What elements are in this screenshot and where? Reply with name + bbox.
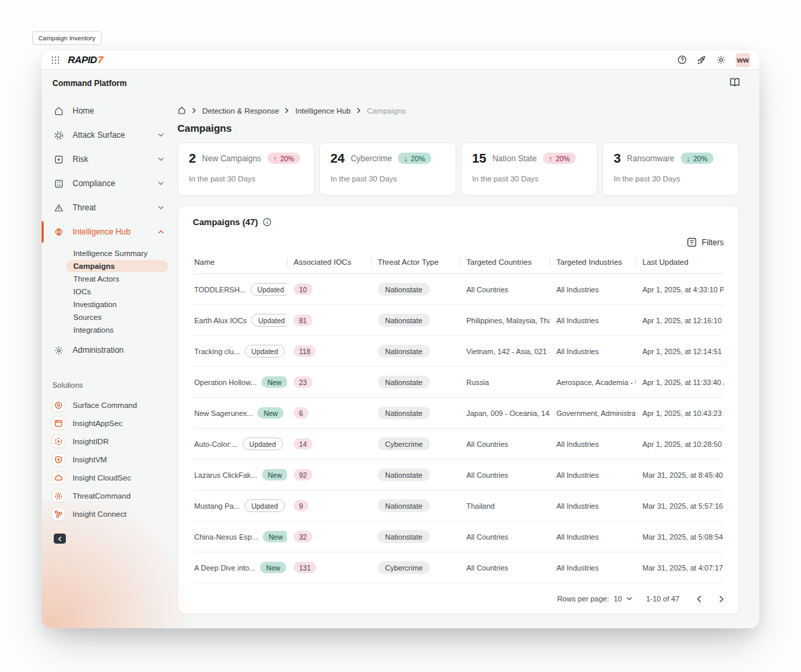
sidebar-sub-item[interactable]: IOCs bbox=[66, 286, 168, 298]
table-row[interactable]: A Deep Dive into... New 131 Cybercrime A… bbox=[193, 552, 724, 583]
sidebar-nav: Home Attack Surface Risk Compliance bbox=[42, 99, 173, 362]
rocket-icon[interactable] bbox=[697, 55, 706, 65]
sidebar-sub-item[interactable]: Threat Actors bbox=[66, 273, 168, 285]
campaign-name[interactable]: New Sagerunex... bbox=[194, 409, 253, 417]
user-avatar[interactable]: WW bbox=[736, 53, 750, 67]
stat-period: In the past 30 Days bbox=[189, 175, 303, 183]
solution-insight-connect[interactable]: Insight Connect bbox=[42, 505, 173, 523]
sidebar-collapse-button[interactable] bbox=[54, 534, 66, 544]
sidebar-sub-item[interactable]: Integrations bbox=[66, 324, 168, 336]
insightidr-icon bbox=[52, 435, 65, 448]
app-grid-icon[interactable] bbox=[51, 56, 60, 65]
rapid7-logo[interactable]: RAPID7 bbox=[68, 54, 103, 66]
table-row[interactable]: New Sagerunex... New 6 Nationstate Japan… bbox=[193, 398, 724, 429]
table-row[interactable]: Lazarus ClickFak... New 92 Nationstate A… bbox=[193, 460, 724, 491]
stat-label: Ransomware bbox=[627, 154, 675, 163]
campaigns-table-card: Campaigns (47) Filters Name Associated I… bbox=[177, 206, 739, 614]
column-header-targeted-industries[interactable]: Targeted Industries bbox=[550, 258, 636, 266]
campaign-name[interactable]: Tracking clu... bbox=[194, 347, 240, 355]
stat-delta: 20% bbox=[693, 155, 708, 163]
sidebar-item-threat[interactable]: Threat bbox=[42, 196, 173, 220]
rows-per-page-label: Rows per page: bbox=[557, 595, 609, 603]
solution-insightidr[interactable]: InsightIDR bbox=[42, 432, 173, 450]
solution-insight-cloudsec[interactable]: Insight CloudSec bbox=[42, 468, 173, 487]
column-header-last-updated[interactable]: Last Updated bbox=[636, 258, 724, 266]
top-bar: RAPID7 WW bbox=[42, 50, 759, 70]
sidebar-sub-item[interactable]: Intelligence Summary bbox=[66, 247, 168, 259]
campaign-name[interactable]: Lazarus ClickFak... bbox=[194, 471, 257, 479]
solution-threatcommand[interactable]: ThreatCommand bbox=[42, 487, 173, 505]
chevron-down-icon bbox=[158, 133, 164, 137]
table-row[interactable]: Mustang Pa... Updated 9 Nationstate Thai… bbox=[193, 491, 724, 521]
targeted-countries-cell: All Countries bbox=[460, 471, 550, 479]
breadcrumb-home-icon[interactable] bbox=[177, 106, 186, 115]
last-updated-cell: Mar 31, 2025, at 8:45:40 P... bbox=[636, 471, 724, 479]
docs-book-icon[interactable] bbox=[729, 77, 741, 87]
previous-page-button[interactable] bbox=[697, 595, 702, 603]
campaign-name[interactable]: Auto-Color:... bbox=[194, 440, 238, 448]
info-icon[interactable] bbox=[263, 218, 271, 226]
risk-icon bbox=[54, 155, 64, 165]
stat-label: Cybercrime bbox=[351, 154, 392, 163]
campaign-name[interactable]: China-Nexus Esp... bbox=[194, 533, 258, 541]
campaign-name[interactable]: Earth Alux IOCs bbox=[194, 317, 247, 325]
attack-surface-icon bbox=[54, 130, 64, 140]
rows-per-page-value[interactable]: 10 bbox=[614, 595, 622, 603]
solution-label: InsightAppSec bbox=[73, 419, 122, 427]
sidebar-item-attack-surface[interactable]: Attack Surface bbox=[42, 123, 173, 147]
table-row[interactable]: Auto-Color:... Updated 14 Cybercrime All… bbox=[193, 429, 724, 460]
targeted-industries-cell: All Industries bbox=[550, 440, 636, 448]
sidebar-sub-item[interactable]: Campaigns bbox=[66, 260, 168, 272]
ioc-count-badge: 118 bbox=[294, 345, 316, 357]
column-header-associated-iocs[interactable]: Associated IOCs bbox=[287, 258, 371, 266]
solution-insightvm[interactable]: InsightVM bbox=[42, 450, 173, 468]
sidebar-item-home[interactable]: Home bbox=[42, 99, 173, 123]
cloud-icon bbox=[52, 472, 65, 484]
filters-button[interactable]: Filters bbox=[687, 237, 724, 247]
breadcrumb-item[interactable]: Detection & Response bbox=[202, 107, 279, 115]
table-row[interactable]: TODDLERSH... Updated 10 Nationstate All … bbox=[193, 274, 724, 305]
sidebar-sub-item[interactable]: Investigation bbox=[66, 298, 168, 310]
table-row[interactable]: China-Nexus Esp... New 32 Nationstate Al… bbox=[193, 521, 724, 552]
campaign-name[interactable]: A Deep Dive into... bbox=[194, 564, 255, 572]
campaign-name[interactable]: Operation Hollow... bbox=[194, 378, 257, 386]
ioc-count-badge: 9 bbox=[294, 500, 308, 511]
gear-icon[interactable] bbox=[716, 55, 726, 65]
window-tag: Campaign Inventory bbox=[32, 31, 101, 45]
last-updated-cell: Apr 1, 2025, at 12:16:10 PM... bbox=[636, 317, 724, 325]
solution-label: InsightVM bbox=[73, 456, 107, 464]
trend-arrow-icon: ↓ bbox=[687, 155, 690, 163]
solution-surface-command[interactable]: Surface Command bbox=[42, 396, 173, 414]
sidebar-item-compliance[interactable]: Compliance bbox=[42, 171, 173, 196]
campaign-name[interactable]: TODDLERSH... bbox=[194, 286, 246, 294]
column-header-name[interactable]: Name bbox=[193, 258, 287, 266]
solution-label: Insight Connect bbox=[73, 510, 126, 518]
chevron-right-icon bbox=[357, 108, 361, 114]
status-badge: Updated bbox=[245, 499, 285, 512]
solution-insightappsec[interactable]: InsightAppSec bbox=[42, 414, 173, 432]
status-badge: Updated bbox=[245, 345, 285, 358]
targeted-industries-cell: All Industries bbox=[550, 471, 636, 479]
administration-gear-icon bbox=[54, 345, 64, 355]
solutions-heading: Solutions bbox=[42, 381, 173, 389]
column-header-targeted-countries[interactable]: Targeted Countries bbox=[460, 258, 550, 266]
column-header-threat-actor-type[interactable]: Threat Actor Type bbox=[371, 258, 460, 266]
ioc-count-badge: 23 bbox=[294, 376, 312, 388]
table-row[interactable]: Earth Alux IOCs Updated 81 Nationstate P… bbox=[193, 305, 724, 336]
table-row[interactable]: Tracking clu... Updated 118 Nationstate … bbox=[193, 336, 724, 367]
campaign-name[interactable]: Mustang Pa... bbox=[194, 502, 240, 510]
threat-actor-type-badge: Nationstate bbox=[378, 530, 430, 543]
sidebar-item-risk[interactable]: Risk bbox=[42, 147, 173, 171]
breadcrumb-item[interactable]: Intelligence Hub bbox=[295, 107, 350, 115]
sidebar-item-label: Home bbox=[73, 106, 94, 116]
rows-per-page-chevron-icon[interactable] bbox=[626, 597, 632, 601]
help-icon[interactable] bbox=[677, 55, 687, 65]
table-row[interactable]: Operation Hollow... New 23 Nationstate R… bbox=[193, 367, 724, 398]
next-page-button[interactable] bbox=[719, 595, 724, 603]
sidebar-sub-item[interactable]: Sources bbox=[66, 311, 168, 323]
targeted-countries-cell: Japan, 009 - Oceania, 142... bbox=[460, 409, 550, 417]
brand-text: RAPID bbox=[68, 54, 97, 65]
sidebar-item-intelligence-hub[interactable]: Intelligence Hub bbox=[42, 220, 173, 244]
sidebar-item-administration[interactable]: Administration bbox=[42, 338, 173, 362]
ioc-count-badge: 131 bbox=[294, 562, 317, 573]
